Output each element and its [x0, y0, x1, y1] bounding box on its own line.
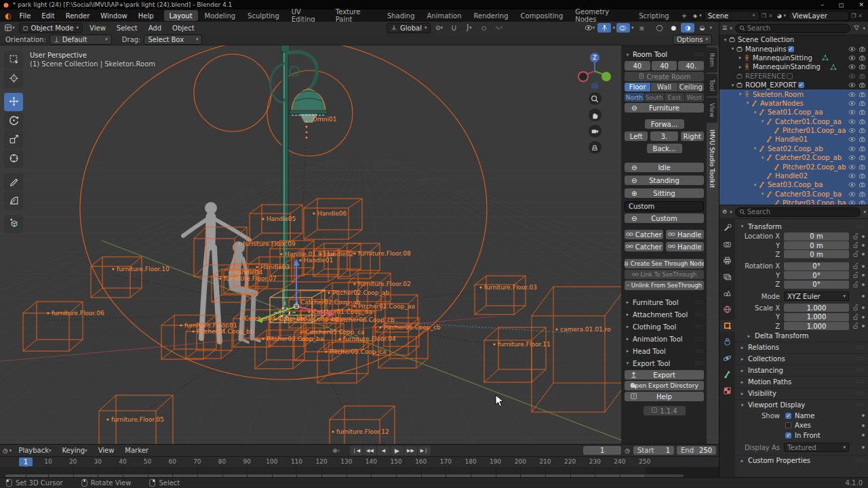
menu-window[interactable]: Window — [95, 9, 132, 22]
xray-toggle[interactable]: ▣ — [635, 23, 648, 33]
outliner-item-label[interactable]: Seat03.Coop_ba — [768, 181, 823, 188]
properties-options-caret[interactable]: ▾ — [863, 209, 866, 215]
animate-dot[interactable] — [862, 283, 865, 286]
overlays-toggle[interactable] — [616, 23, 630, 33]
collection-checkbox[interactable]: ✓ — [788, 46, 794, 52]
nav-right-button[interactable]: Right — [681, 131, 704, 141]
hide-eye-icon[interactable] — [848, 127, 856, 134]
orientation-dropdown[interactable]: Default▾ — [50, 35, 112, 45]
lock-icon[interactable] — [852, 242, 859, 249]
outliner-item-label[interactable]: Mannequins — [745, 45, 787, 53]
create-room-button[interactable]: Create Room — [625, 72, 704, 81]
animate-dot[interactable] — [862, 253, 865, 256]
animate-dot[interactable] — [862, 244, 865, 247]
section-viewport-display[interactable]: ▾Viewport Display∷∷ — [735, 399, 868, 411]
outliner-row[interactable]: ▾Seat03.Coop_ba — [719, 180, 868, 189]
link-catcher-link-button[interactable]: Catcher — [625, 230, 663, 239]
shading-rendered-button[interactable]: ◒ — [695, 23, 709, 33]
outliner-item-label[interactable]: Scene Collection — [738, 36, 794, 43]
outliner-item-label[interactable]: Catcher03.Coop_ba — [775, 190, 842, 198]
seethrough-button-2[interactable]: Unlink From SeeThrough — [625, 281, 704, 290]
transform-value-field[interactable]: 1.000 — [784, 313, 849, 321]
checkbox-in-front[interactable]: ✓ — [785, 432, 791, 439]
lock-icon[interactable] — [852, 233, 859, 240]
viewport-menu-add[interactable]: Add — [143, 22, 167, 34]
outliner-row[interactable]: Pitcher01.Coop_aa — [719, 126, 868, 135]
rotation-mode-dropdown[interactable]: XYZ Euler▾ — [784, 291, 849, 301]
surface-tab-wall[interactable]: Wall — [651, 83, 677, 92]
current-frame-field[interactable]: 1 — [583, 446, 621, 455]
hide-eye-icon[interactable] — [848, 190, 856, 198]
playhead-label[interactable]: 1 — [19, 458, 33, 466]
section-motion-paths[interactable]: ▸Motion Paths∷∷ — [735, 376, 868, 388]
disable-render-icon[interactable] — [859, 172, 866, 180]
camera-view-icon[interactable] — [589, 125, 601, 138]
animate-dot[interactable] — [862, 274, 865, 277]
outliner-item-label[interactable]: Pitcher02.Coop_ab — [783, 163, 846, 171]
animate-dot[interactable] — [862, 325, 865, 327]
lock-icon[interactable] — [852, 304, 859, 311]
outliner-row[interactable]: Pitcher02.Coop_ab — [719, 162, 868, 171]
scene-selector[interactable]: ◈▾ Scene ⌖ ❐ ✕ — [693, 11, 773, 21]
surface-tab-floor[interactable]: Floor — [625, 83, 650, 92]
tool-add-cube-button[interactable] — [4, 215, 23, 233]
export-export-button[interactable]: Export — [625, 370, 704, 380]
shading-solid-button[interactable]: ● — [667, 23, 680, 33]
viewport-menu-view[interactable]: View — [84, 22, 111, 34]
minimize-button[interactable]: – — [821, 1, 824, 8]
workspace-tab-layout[interactable]: Layout — [164, 10, 198, 21]
pan-hand-icon[interactable] — [589, 108, 601, 121]
perspective-toggle-icon[interactable] — [589, 141, 601, 154]
hide-eye-icon[interactable] — [848, 145, 856, 152]
surface-tab-ceiling[interactable]: Ceiling — [678, 83, 704, 92]
tool-cursor-button[interactable] — [4, 70, 23, 88]
properties-tab-texture[interactable] — [720, 385, 734, 396]
drag-dropdown[interactable]: Select Box▾ — [144, 35, 202, 45]
viewlayer-selector[interactable]: ◕▾ ViewLayer ❐ ✕ — [777, 11, 863, 21]
outliner-row[interactable]: REFERENCE — [719, 72, 868, 81]
outliner-item-label[interactable]: Seat01.Coop_aa — [768, 108, 823, 116]
outliner-row[interactable]: ▾Catcher02.Coop_ab — [719, 153, 868, 162]
disable-render-icon[interactable] — [859, 73, 866, 80]
section-visibility[interactable]: ▸Visibility∷∷ — [735, 388, 868, 399]
disable-render-icon[interactable] — [859, 145, 866, 152]
properties-tab-tool[interactable] — [720, 222, 734, 234]
hide-eye-icon[interactable] — [848, 172, 856, 180]
timeline-menu-marker[interactable]: Marker — [119, 445, 154, 457]
outliner-item-label[interactable]: Skeleton.Room — [753, 91, 804, 98]
disable-render-icon[interactable] — [859, 45, 866, 53]
workspace-tab-sculpting[interactable]: Sculpting — [242, 10, 285, 21]
disable-render-icon[interactable] — [859, 91, 866, 98]
shading-material-button[interactable]: ◑ — [681, 23, 694, 33]
sidebar-tab-item[interactable]: Item — [707, 47, 717, 73]
lock-icon[interactable] — [852, 314, 859, 321]
remove-viewlayer-icon[interactable]: ✕ — [858, 13, 863, 19]
workspace-tab-shading[interactable]: Shading — [382, 10, 420, 21]
snap-magnet-icon[interactable] — [447, 23, 460, 33]
frame-start-field[interactable]: Start1 — [633, 446, 674, 455]
workspace-tab-compositing[interactable]: Compositing — [515, 10, 569, 21]
disable-render-icon[interactable] — [859, 63, 866, 70]
disable-render-icon[interactable] — [859, 154, 866, 161]
nav-back-button[interactable]: Back... — [647, 144, 682, 153]
gizmos-toggle[interactable] — [597, 23, 611, 33]
blender-app-icon[interactable]: ◐ — [0, 12, 14, 20]
properties-tab-scene[interactable] — [720, 287, 734, 299]
hide-eye-icon[interactable] — [848, 45, 856, 53]
direction-tab-north[interactable]: North — [625, 93, 644, 102]
timeline-menu-keying[interactable]: Keying ▾ — [57, 445, 93, 457]
disable-render-icon[interactable] — [859, 181, 866, 188]
pose-standing-button[interactable]: ⊖Standing — [625, 176, 704, 185]
properties-tab-data[interactable] — [720, 369, 734, 380]
direction-tab-west[interactable]: West — [685, 93, 705, 102]
timeline-menu-view[interactable]: View — [93, 445, 120, 457]
checkbox-axes[interactable] — [785, 422, 791, 428]
properties-search-input[interactable]: Search — [735, 207, 861, 217]
viewlayer-name[interactable]: ViewLayer — [792, 12, 827, 20]
sidebar-tab-tool[interactable]: Tool — [707, 74, 717, 96]
transform-value-field[interactable]: 1.000 — [784, 322, 849, 330]
workspace-tab-geometry-nodes[interactable]: Geometry Nodes — [570, 10, 632, 21]
orientation-gizmo[interactable]: Z — [576, 51, 614, 89]
new-scene-icon[interactable]: ❐ — [762, 13, 766, 19]
transform-value-field[interactable]: 0 m — [784, 232, 849, 241]
